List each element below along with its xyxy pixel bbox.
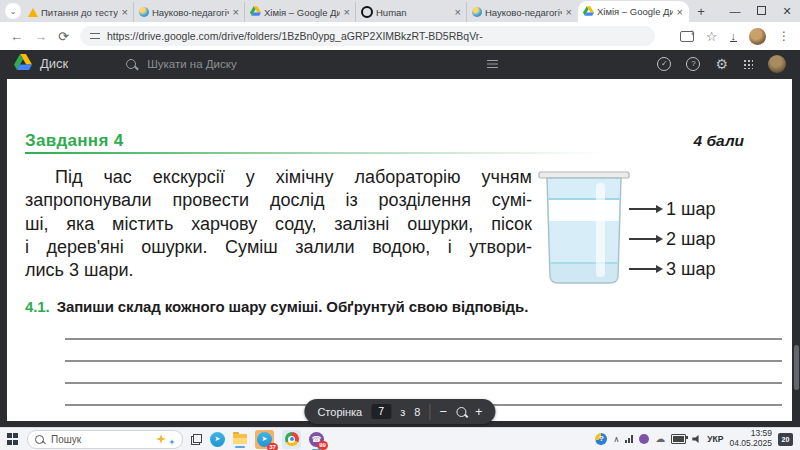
answer-line bbox=[65, 382, 782, 384]
system-tray: ? ∧ ☁ УКР 13:59 04.05.2025 20 bbox=[595, 429, 793, 449]
offline-status-icon[interactable]: ✓ bbox=[657, 57, 671, 71]
close-button[interactable]: ✕ bbox=[774, 0, 800, 22]
google-drive-icon bbox=[583, 6, 594, 18]
folder-icon bbox=[233, 434, 247, 444]
help-icon[interactable]: ? bbox=[686, 57, 700, 71]
url-field[interactable]: https://drive.google.com/drive/folders/1… bbox=[80, 26, 655, 46]
layer-label: 2 шар bbox=[666, 229, 715, 250]
drive-app-name: Диск bbox=[40, 56, 68, 71]
gear-icon[interactable]: ⚙ bbox=[715, 57, 728, 71]
layer-label: 3 шар bbox=[666, 259, 715, 280]
tab-close-icon[interactable]: × bbox=[565, 6, 573, 18]
scrollbar-thumb[interactable] bbox=[794, 345, 799, 390]
page-label: Сторінка bbox=[317, 406, 362, 418]
warning-icon bbox=[28, 8, 38, 17]
google-drive-icon bbox=[250, 6, 261, 18]
telegram-icon: ➤ bbox=[210, 432, 225, 447]
help-tray-icon[interactable]: ? bbox=[595, 433, 607, 445]
taskbar-file-explorer-icon[interactable] bbox=[233, 434, 247, 444]
account-avatar[interactable] bbox=[768, 55, 786, 73]
maximize-button[interactable] bbox=[748, 0, 774, 22]
forward-icon[interactable]: → bbox=[34, 29, 47, 44]
minimize-button[interactable]: — bbox=[722, 0, 748, 22]
layer-callout-2: 2 шар bbox=[629, 228, 715, 250]
taskbar-search-input[interactable] bbox=[49, 433, 123, 446]
browser-menu-icon[interactable]: ⋮ bbox=[778, 29, 790, 43]
search-options-icon[interactable] bbox=[487, 59, 498, 68]
battery-icon[interactable] bbox=[671, 434, 686, 444]
notification-center-badge[interactable]: 20 bbox=[778, 433, 793, 446]
taskbar-search[interactable] bbox=[27, 430, 183, 449]
paragraph-line: лись 3 шари. bbox=[25, 259, 532, 282]
onedrive-cloud-icon[interactable]: ☁ bbox=[655, 434, 665, 444]
language-indicator[interactable]: УКР bbox=[707, 434, 723, 444]
page-of-label: з bbox=[400, 406, 405, 418]
search-icon bbox=[126, 59, 136, 69]
download-icon[interactable]: ↓ bbox=[730, 31, 738, 42]
network-icon[interactable] bbox=[625, 435, 633, 443]
tab-title: Human bbox=[376, 7, 451, 18]
back-icon[interactable]: ← bbox=[10, 29, 23, 44]
browser-profile-avatar[interactable] bbox=[749, 28, 766, 45]
tray-time: 13:59 bbox=[751, 428, 772, 438]
question-number: 4.1. bbox=[25, 298, 50, 315]
tab-title: Хімія – Google Диск bbox=[597, 6, 673, 17]
browser-tab-1[interactable]: Питання до тесту: Контро × bbox=[23, 2, 134, 22]
paragraph-line: Під час екскурсії у хімічну лабораторію … bbox=[25, 166, 532, 189]
new-tab-button[interactable]: + bbox=[692, 2, 710, 20]
send-to-device-icon[interactable] bbox=[680, 31, 694, 42]
layer-callout-1: 1 шар bbox=[629, 198, 715, 220]
preview-stage: Завдання 4 4 бали Під час екскурсії у хі… bbox=[0, 77, 800, 427]
page-number-input[interactable]: 7 bbox=[371, 404, 391, 419]
tab-close-icon[interactable]: × bbox=[343, 6, 351, 18]
site-settings-icon[interactable] bbox=[90, 32, 100, 40]
drive-header-actions: ✓ ? ⚙ bbox=[657, 55, 786, 73]
speaker-icon[interactable] bbox=[692, 435, 701, 443]
start-button[interactable] bbox=[7, 433, 19, 445]
task-view-icon[interactable] bbox=[191, 434, 202, 445]
browser-tab-4[interactable]: Human × bbox=[356, 2, 467, 22]
toolbar-divider bbox=[429, 404, 430, 420]
google-apps-grid-icon[interactable] bbox=[743, 59, 753, 69]
drive-search[interactable] bbox=[126, 57, 498, 71]
taskbar-viber-icon[interactable]: ☎ 99 bbox=[309, 432, 324, 447]
tab-search-button[interactable]: ⌄ bbox=[5, 3, 21, 19]
browser-tab-3[interactable]: Хімія – Google Диск × bbox=[245, 2, 356, 22]
arrow-right-icon bbox=[629, 238, 657, 240]
arrow-right-icon bbox=[629, 208, 657, 210]
browser-tab-5[interactable]: Науково-педагогічний пр × bbox=[467, 2, 578, 22]
tab-close-icon[interactable]: × bbox=[454, 6, 462, 18]
tab-close-icon[interactable]: × bbox=[676, 6, 684, 18]
drive-search-input[interactable] bbox=[145, 57, 478, 71]
browser-tab-2[interactable]: Науково-педагогічний пр × bbox=[134, 2, 245, 22]
taskbar-chrome-icon[interactable] bbox=[282, 430, 301, 449]
google-drive-logo[interactable] bbox=[14, 54, 32, 74]
taskbar-telegram-active-icon[interactable]: ➤ 37 bbox=[255, 430, 274, 449]
tab-title: Питання до тесту: Контро bbox=[41, 7, 118, 18]
reload-icon[interactable]: ⟳ bbox=[58, 29, 69, 44]
zoom-out-button[interactable]: − bbox=[439, 404, 447, 419]
tab-title: Хімія – Google Диск bbox=[264, 7, 340, 18]
globe-icon bbox=[472, 7, 482, 17]
tab-close-icon[interactable]: × bbox=[232, 6, 240, 18]
globe-icon bbox=[139, 7, 149, 17]
question-row: 4.1.Запиши склад кожного шару суміші. Об… bbox=[25, 298, 528, 315]
clock[interactable]: 13:59 04.05.2025 bbox=[729, 429, 772, 449]
zoom-in-button[interactable]: + bbox=[475, 404, 483, 419]
layer-label: 1 шар bbox=[666, 199, 715, 220]
url-text: https://drive.google.com/drive/folders/1… bbox=[107, 30, 483, 42]
copilot-sparkle-icon bbox=[156, 434, 166, 444]
browser-tab-active[interactable]: Хімія – Google Диск × bbox=[578, 1, 689, 22]
tab-title: Науково-педагогічний пр bbox=[485, 7, 562, 18]
human-logo-icon bbox=[361, 6, 373, 18]
unread-badge: 99 bbox=[317, 441, 328, 450]
tray-expand-chevron-icon[interactable]: ∧ bbox=[613, 435, 619, 444]
unread-badge: 37 bbox=[267, 443, 278, 450]
tab-close-icon[interactable]: × bbox=[121, 6, 129, 18]
bookmark-star-icon[interactable]: ☆ bbox=[706, 29, 718, 44]
zoom-icon[interactable] bbox=[456, 407, 466, 417]
paragraph-line: запропонували провести дослід із розділе… bbox=[25, 189, 532, 212]
taskbar-telegram-icon[interactable]: ➤ bbox=[210, 432, 225, 447]
answer-line bbox=[65, 338, 782, 340]
viber-tray-icon[interactable] bbox=[639, 434, 649, 444]
